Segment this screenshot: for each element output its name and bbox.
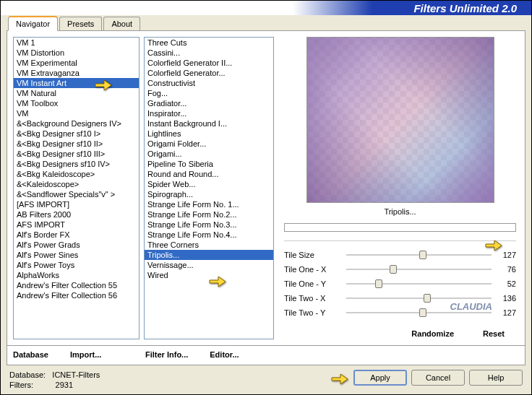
reset-link[interactable]: Reset bbox=[483, 329, 505, 338]
slider-value: 52 bbox=[496, 279, 516, 288]
list-item[interactable]: Colorfield Generator II... bbox=[145, 58, 273, 68]
bottom-links: Database Import... Filter Info... Editor… bbox=[7, 346, 525, 365]
slider-track[interactable] bbox=[346, 254, 492, 256]
list-item[interactable]: Cassini... bbox=[145, 48, 273, 58]
database-link[interactable]: Database bbox=[13, 350, 48, 359]
list-item[interactable]: VM Experimental bbox=[14, 58, 139, 68]
list-item[interactable]: Vernissage... bbox=[145, 260, 273, 270]
list-item[interactable]: Spider Web... bbox=[145, 179, 273, 189]
list-item[interactable]: [AFS IMPORT] bbox=[14, 199, 139, 209]
app-window: Filters Unlimited 2.0 Navigator Presets … bbox=[0, 0, 532, 395]
apply-button[interactable]: Apply bbox=[353, 370, 407, 386]
list-item[interactable]: Three Corners bbox=[145, 240, 273, 250]
list-item[interactable]: Strange Life Form No. 1... bbox=[145, 199, 273, 209]
app-title: Filters Unlimited 2.0 bbox=[413, 2, 517, 14]
list-item[interactable]: AB Filters 2000 bbox=[14, 209, 139, 220]
list-item[interactable]: Alf's Border FX bbox=[14, 230, 139, 240]
preview-actions: Randomize Reset bbox=[281, 325, 519, 339]
list-item[interactable]: Strange Life Form No.3... bbox=[145, 220, 273, 230]
import-link[interactable]: Import... bbox=[70, 350, 101, 359]
help-button[interactable]: Help bbox=[469, 370, 523, 386]
list-item[interactable]: Andrew's Filter Collection 56 bbox=[14, 290, 139, 300]
list-item[interactable]: VM Distortion bbox=[14, 48, 139, 58]
list-item[interactable]: Alf's Power Grads bbox=[14, 240, 139, 250]
tab-about[interactable]: About bbox=[103, 17, 140, 30]
slider-thumb[interactable] bbox=[390, 265, 397, 274]
list-item[interactable]: Origami... bbox=[145, 149, 273, 159]
list-item[interactable]: Pipeline To Siberia bbox=[145, 159, 273, 169]
slider-label: Tile Two - X bbox=[284, 294, 342, 303]
tab-presets[interactable]: Presets bbox=[59, 17, 102, 30]
list-item[interactable]: Three Cuts bbox=[145, 38, 273, 48]
list-item[interactable]: Strange Life Form No.2... bbox=[145, 209, 273, 220]
filter-list[interactable]: Three CutsCassini...Colorfield Generator… bbox=[144, 37, 274, 339]
list-item[interactable]: &<Kaleidoscope> bbox=[14, 179, 139, 189]
list-item[interactable]: Andrew's Filter Collection 55 bbox=[14, 280, 139, 290]
preview-panel: Tripolis... Tile Size127Tile One - X76Ti… bbox=[278, 37, 519, 339]
preview-image bbox=[306, 37, 494, 203]
editor-link[interactable]: Editor... bbox=[210, 350, 239, 359]
progress-bar bbox=[284, 223, 516, 232]
slider-thumb[interactable] bbox=[419, 251, 426, 259]
list-item[interactable]: Strange Life Form No.4... bbox=[145, 230, 273, 240]
list-item[interactable]: VM bbox=[14, 108, 139, 118]
list-item[interactable]: Lightlines bbox=[145, 129, 273, 139]
randomize-link[interactable]: Randomize bbox=[411, 329, 454, 338]
cancel-button[interactable]: Cancel bbox=[411, 370, 465, 386]
pointer-icon bbox=[330, 370, 349, 385]
list-item[interactable]: Fog... bbox=[145, 88, 273, 98]
separator bbox=[284, 240, 516, 241]
list-item[interactable]: Gradiator... bbox=[145, 98, 273, 108]
filters-count-label: Filters: bbox=[9, 381, 33, 389]
list-item[interactable]: Alf's Power Toys bbox=[14, 260, 139, 270]
list-item[interactable]: VM Instant Art bbox=[14, 78, 139, 88]
list-item[interactable]: AlphaWorks bbox=[14, 270, 139, 280]
list-item[interactable]: &<Background Designers IV> bbox=[14, 118, 139, 129]
list-item[interactable]: Constructivist bbox=[145, 78, 273, 88]
list-item[interactable]: &<Sandflower Specials"v" > bbox=[14, 189, 139, 199]
list-item[interactable]: Instant Background I... bbox=[145, 118, 273, 129]
list-item[interactable]: &<Bkg Designer sf10 I> bbox=[14, 129, 139, 139]
list-item[interactable]: &<Bkg Designer sf10 II> bbox=[14, 139, 139, 149]
slider-track[interactable] bbox=[346, 269, 492, 270]
database-label: Database: bbox=[9, 370, 46, 379]
list-item[interactable]: Round and Round... bbox=[145, 169, 273, 179]
list-item[interactable]: VM Extravaganza bbox=[14, 68, 139, 78]
slider-thumb[interactable] bbox=[375, 279, 382, 288]
list-item[interactable]: Wired bbox=[145, 270, 273, 280]
list-item[interactable]: &<Bkg Kaleidoscope> bbox=[14, 169, 139, 179]
slider-track[interactable] bbox=[346, 283, 492, 285]
slider-row: Tile Size127 bbox=[284, 248, 516, 261]
slider-group: Tile Size127Tile One - X76Tile One - Y52… bbox=[281, 248, 519, 319]
tab-strip: Navigator Presets About bbox=[1, 17, 531, 30]
filter-info-link[interactable]: Filter Info... bbox=[145, 350, 188, 359]
slider-row: Tile One - X76 bbox=[284, 263, 516, 276]
list-item[interactable]: Origami Folder... bbox=[145, 139, 273, 149]
list-item[interactable]: Tripolis... bbox=[145, 250, 273, 260]
list-item[interactable]: VM 1 bbox=[14, 38, 139, 48]
tab-navigator[interactable]: Navigator bbox=[8, 17, 58, 31]
list-item[interactable]: &<Bkg Designer sf10 III> bbox=[14, 149, 139, 159]
list-item[interactable]: Spirograph... bbox=[145, 189, 273, 199]
list-item[interactable]: VM Toolbox bbox=[14, 98, 139, 108]
slider-label: Tile One - Y bbox=[284, 279, 342, 288]
slider-label: Tile One - X bbox=[284, 265, 342, 274]
slider-row: Tile Two - Y127 bbox=[284, 306, 516, 319]
title-bar: Filters Unlimited 2.0 bbox=[1, 1, 531, 15]
footer: Database: ICNET-Filters Filters: 2931 Ap… bbox=[1, 365, 531, 394]
slider-track[interactable] bbox=[346, 312, 492, 313]
category-list[interactable]: VM 1VM DistortionVM ExperimentalVM Extra… bbox=[13, 37, 140, 339]
slider-thumb[interactable] bbox=[424, 294, 431, 303]
slider-row: Tile Two - X136 bbox=[284, 292, 516, 305]
slider-value: 76 bbox=[496, 265, 516, 274]
list-item[interactable]: AFS IMPORT bbox=[14, 220, 139, 230]
slider-label: Tile Two - Y bbox=[284, 308, 342, 317]
list-item[interactable]: &<Bkg Designers sf10 IV> bbox=[14, 159, 139, 169]
slider-track[interactable] bbox=[346, 298, 492, 299]
list-item[interactable]: VM Natural bbox=[14, 88, 139, 98]
dialog-buttons: Apply Cancel Help bbox=[330, 370, 523, 386]
list-item[interactable]: Colorfield Generator... bbox=[145, 68, 273, 78]
list-item[interactable]: Inspirator... bbox=[145, 108, 273, 118]
slider-thumb[interactable] bbox=[419, 308, 426, 317]
list-item[interactable]: Alf's Power Sines bbox=[14, 250, 139, 260]
